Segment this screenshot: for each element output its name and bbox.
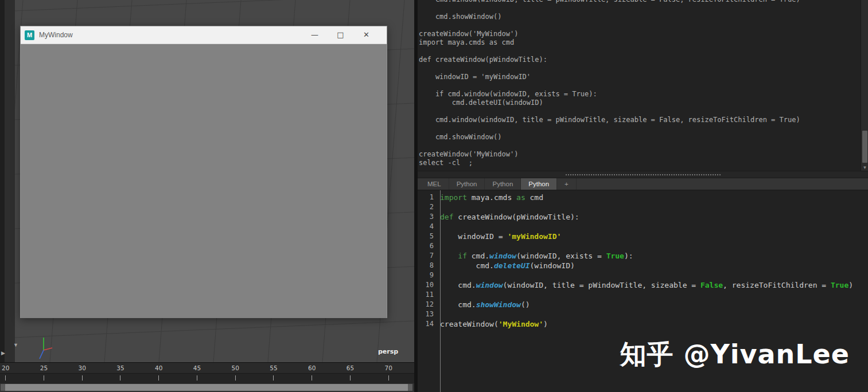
timeline-tick-label: 55	[270, 364, 277, 371]
history-line: createWindow('MyWindow')	[419, 150, 868, 159]
history-line: cmd.showWindow()	[419, 13, 868, 21]
history-line: import maya.cmds as cmd	[419, 38, 868, 47]
script-editor: cmd.window(windowID, title = pWindowTitl…	[418, 0, 868, 392]
history-line: cmd.window(windowID, title = pWindowTitl…	[419, 0, 868, 4]
code-line[interactable]: 14createWindow('MyWindow')	[418, 319, 868, 329]
script-tab-python[interactable]: Python	[485, 178, 521, 190]
new-tab-button[interactable]: +	[557, 178, 577, 190]
perspective-viewport[interactable]: ▼ ▶ persp M MyWindow — □ ✕	[0, 0, 414, 362]
line-number: 6	[418, 241, 438, 251]
history-line: select -cl ;	[419, 159, 868, 167]
history-line	[419, 142, 868, 150]
code-lines: 1import maya.cmds as cmd23def createWind…	[418, 190, 868, 329]
history-line	[419, 64, 868, 73]
line-number: 12	[418, 300, 438, 309]
history-line	[419, 124, 868, 133]
code-line[interactable]: 2	[418, 202, 868, 212]
timeline-tick-label: 20	[2, 364, 9, 371]
code-line[interactable]: 11	[418, 290, 868, 300]
code-line[interactable]: 3def createWindow(pWindowTitle):	[418, 212, 868, 222]
script-tab-mel[interactable]: MEL	[420, 178, 449, 190]
history-line: cmd.deleteUI(windowID)	[419, 99, 868, 107]
code-line[interactable]: 10 cmd.window(windowID, title = pWindowT…	[418, 280, 868, 290]
code-text: windowID = 'myWindowID'	[438, 232, 561, 241]
time-slider[interactable]: 2025303540455055606570	[0, 362, 414, 383]
history-scrollbar[interactable]: ▼	[861, 0, 868, 171]
script-tab-python[interactable]: Python	[449, 178, 485, 190]
code-text: cmd.showWindow()	[438, 300, 530, 309]
scroll-down-icon[interactable]: ▼	[861, 165, 868, 170]
code-text: if cmd.window(windowID, exists = True):	[438, 251, 633, 261]
timeline-tick-label: 65	[347, 364, 354, 371]
history-line	[419, 107, 868, 116]
code-line[interactable]: 4	[418, 222, 868, 232]
range-slider-bar[interactable]	[1, 384, 412, 391]
line-number: 7	[418, 251, 438, 261]
code-line[interactable]: 1import maya.cmds as cmd	[418, 193, 868, 202]
history-line	[419, 81, 868, 90]
timeline-tick-band	[0, 373, 414, 384]
timeline-tick-label: 35	[116, 364, 124, 371]
timeline-tick-label: 40	[155, 364, 162, 371]
panel-edge-inner	[0, 0, 5, 362]
maya-application: ▼ ▶ persp M MyWindow — □ ✕	[0, 0, 868, 392]
tab-bar: MELPythonPythonPython+	[418, 178, 868, 190]
line-number: 2	[418, 202, 438, 212]
history-line	[419, 21, 868, 30]
mywindow-body	[21, 44, 387, 318]
timeline-tick-mark	[82, 375, 83, 381]
axis-gizmo-icon	[34, 334, 57, 362]
code-line[interactable]: 7 if cmd.window(windowID, exists = True)…	[418, 251, 868, 261]
line-number: 10	[418, 280, 438, 290]
line-number: 3	[418, 212, 438, 222]
timeline-tick-label: 70	[385, 364, 392, 371]
line-number: 14	[418, 319, 438, 329]
code-line[interactable]: 12 cmd.showWindow()	[418, 300, 868, 309]
timeline-tick-label: 50	[232, 364, 239, 371]
mywindow-dialog: M MyWindow — □ ✕	[20, 26, 387, 318]
pane-splitter[interactable]	[418, 171, 868, 178]
splitter-handle-icon	[566, 174, 721, 175]
window-controls: — □ ✕	[302, 26, 379, 44]
camera-label: persp	[378, 348, 398, 355]
timeline-tick-label: 45	[193, 364, 201, 371]
code-text: createWindow('MyWindow')	[438, 319, 548, 329]
line-number: 13	[418, 309, 438, 319]
close-button[interactable]: ✕	[353, 26, 379, 44]
script-tab-python[interactable]: Python	[521, 178, 557, 190]
history-pane[interactable]: cmd.window(windowID, title = pWindowTitl…	[418, 0, 868, 171]
panel-edge	[0, 0, 15, 362]
history-line	[419, 4, 868, 13]
timeline-tick-mark	[44, 375, 44, 381]
mywindow-titlebar[interactable]: M MyWindow — □ ✕	[21, 26, 387, 44]
minimize-button[interactable]: —	[302, 26, 328, 44]
code-text: def createWindow(pWindowTitle):	[438, 212, 579, 222]
timeline-tick-mark	[120, 375, 120, 381]
range-slider[interactable]	[0, 383, 414, 392]
history-line: windowID = 'myWindowID'	[419, 73, 868, 81]
line-number: 8	[418, 261, 438, 271]
code-line[interactable]: 9	[418, 271, 868, 280]
history-line: if cmd.window(windowID, exists = True):	[419, 90, 868, 99]
history-line: cmd.window(windowID, title = pWindowTitl…	[419, 116, 868, 124]
panel-expand-arrow-icon[interactable]: ▶	[1, 350, 5, 356]
timeline-tick-mark	[388, 375, 389, 381]
code-line[interactable]: 6	[418, 241, 868, 251]
panel-collapse-arrow-icon[interactable]: ▼	[13, 342, 18, 348]
line-number: 9	[418, 271, 438, 280]
code-line[interactable]: 13	[418, 309, 868, 319]
history-line	[419, 47, 868, 56]
code-line[interactable]: 8 cmd.deleteUI(windowID)	[418, 261, 868, 271]
timeline-tick-mark	[350, 375, 351, 381]
line-number: 4	[418, 222, 438, 232]
timeline-tick-mark	[312, 375, 312, 381]
history-line: def createWindow(pWindowTitle):	[419, 56, 868, 64]
maya-logo-icon: M	[25, 30, 34, 40]
code-text: cmd.window(windowID, title = pWindowTitl…	[438, 280, 853, 290]
maximize-button[interactable]: □	[328, 26, 353, 44]
timeline-tick-mark	[5, 375, 6, 381]
timeline-tick-mark	[273, 375, 274, 381]
code-line[interactable]: 5 windowID = 'myWindowID'	[418, 232, 868, 241]
scrollbar-thumb[interactable]	[862, 131, 867, 163]
history-line: createWindow('MyWindow')	[419, 30, 868, 38]
